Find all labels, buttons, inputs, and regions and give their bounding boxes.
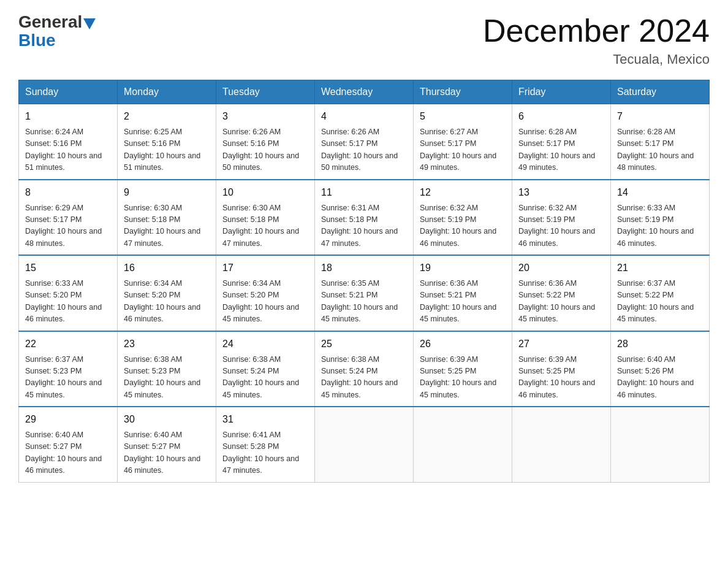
calendar-week-row: 1Sunrise: 6:24 AMSunset: 5:16 PMDaylight… bbox=[19, 104, 710, 180]
calendar-header-thursday: Thursday bbox=[414, 80, 512, 104]
day-number: 4 bbox=[321, 109, 407, 124]
day-number: 27 bbox=[518, 337, 604, 351]
day-number: 20 bbox=[518, 261, 604, 275]
day-info: Sunrise: 6:30 AMSunset: 5:18 PMDaylight:… bbox=[222, 202, 308, 250]
day-number: 12 bbox=[420, 185, 506, 200]
day-info: Sunrise: 6:38 AMSunset: 5:24 PMDaylight:… bbox=[321, 354, 407, 402]
calendar-day-cell: 17Sunrise: 6:34 AMSunset: 5:20 PMDayligh… bbox=[216, 255, 315, 331]
logo-blue-text: Blue bbox=[18, 31, 56, 50]
calendar-header-saturday: Saturday bbox=[611, 80, 710, 104]
day-number: 9 bbox=[124, 185, 210, 200]
day-number: 17 bbox=[222, 261, 308, 275]
calendar-day-cell: 8Sunrise: 6:29 AMSunset: 5:17 PMDaylight… bbox=[19, 180, 118, 256]
location: Tecuala, Mexico bbox=[483, 52, 710, 67]
day-number: 23 bbox=[124, 337, 210, 351]
day-info: Sunrise: 6:40 AMSunset: 5:26 PMDaylight:… bbox=[617, 354, 703, 402]
day-number: 1 bbox=[25, 109, 111, 124]
day-number: 13 bbox=[518, 185, 604, 200]
day-info: Sunrise: 6:28 AMSunset: 5:17 PMDaylight:… bbox=[617, 126, 703, 174]
day-number: 19 bbox=[420, 261, 506, 275]
calendar-day-cell bbox=[315, 407, 414, 482]
page-header: General Blue December 2024 Tecuala, Mexi… bbox=[18, 12, 710, 67]
calendar-day-cell: 19Sunrise: 6:36 AMSunset: 5:21 PMDayligh… bbox=[414, 255, 512, 331]
day-info: Sunrise: 6:38 AMSunset: 5:23 PMDaylight:… bbox=[124, 354, 210, 402]
calendar-header-row: SundayMondayTuesdayWednesdayThursdayFrid… bbox=[19, 80, 710, 104]
day-info: Sunrise: 6:37 AMSunset: 5:23 PMDaylight:… bbox=[25, 354, 111, 402]
calendar-day-cell: 22Sunrise: 6:37 AMSunset: 5:23 PMDayligh… bbox=[19, 331, 118, 407]
calendar-header-friday: Friday bbox=[512, 80, 611, 104]
calendar-week-row: 22Sunrise: 6:37 AMSunset: 5:23 PMDayligh… bbox=[19, 331, 710, 407]
day-number: 24 bbox=[222, 337, 308, 351]
day-number: 22 bbox=[25, 337, 111, 351]
calendar-day-cell: 31Sunrise: 6:41 AMSunset: 5:28 PMDayligh… bbox=[216, 407, 315, 482]
calendar-day-cell: 21Sunrise: 6:37 AMSunset: 5:22 PMDayligh… bbox=[611, 255, 710, 331]
calendar-header-sunday: Sunday bbox=[19, 80, 118, 104]
calendar-day-cell bbox=[611, 407, 710, 482]
calendar-day-cell: 11Sunrise: 6:31 AMSunset: 5:18 PMDayligh… bbox=[315, 180, 414, 256]
calendar-day-cell: 14Sunrise: 6:33 AMSunset: 5:19 PMDayligh… bbox=[611, 180, 710, 256]
logo-general-text: General bbox=[18, 12, 82, 32]
calendar-day-cell: 13Sunrise: 6:32 AMSunset: 5:19 PMDayligh… bbox=[512, 180, 611, 256]
day-number: 10 bbox=[222, 185, 308, 200]
day-number: 3 bbox=[222, 109, 308, 124]
day-number: 15 bbox=[25, 261, 111, 275]
day-info: Sunrise: 6:31 AMSunset: 5:18 PMDaylight:… bbox=[321, 202, 407, 250]
day-info: Sunrise: 6:24 AMSunset: 5:16 PMDaylight:… bbox=[25, 126, 111, 174]
day-info: Sunrise: 6:32 AMSunset: 5:19 PMDaylight:… bbox=[420, 202, 506, 250]
calendar-day-cell bbox=[414, 407, 512, 482]
day-number: 11 bbox=[321, 185, 407, 200]
day-info: Sunrise: 6:38 AMSunset: 5:24 PMDaylight:… bbox=[222, 354, 308, 402]
calendar-day-cell: 20Sunrise: 6:36 AMSunset: 5:22 PMDayligh… bbox=[512, 255, 611, 331]
calendar-day-cell: 28Sunrise: 6:40 AMSunset: 5:26 PMDayligh… bbox=[611, 331, 710, 407]
day-number: 26 bbox=[420, 337, 506, 351]
day-number: 14 bbox=[617, 185, 703, 200]
calendar-day-cell bbox=[512, 407, 611, 482]
day-number: 6 bbox=[518, 109, 604, 124]
calendar-week-row: 8Sunrise: 6:29 AMSunset: 5:17 PMDaylight… bbox=[19, 180, 710, 256]
logo: General Blue bbox=[18, 12, 96, 50]
calendar-day-cell: 12Sunrise: 6:32 AMSunset: 5:19 PMDayligh… bbox=[414, 180, 512, 256]
day-info: Sunrise: 6:35 AMSunset: 5:21 PMDaylight:… bbox=[321, 278, 407, 326]
day-info: Sunrise: 6:33 AMSunset: 5:19 PMDaylight:… bbox=[617, 202, 703, 250]
day-info: Sunrise: 6:26 AMSunset: 5:17 PMDaylight:… bbox=[321, 126, 407, 174]
calendar-day-cell: 6Sunrise: 6:28 AMSunset: 5:17 PMDaylight… bbox=[512, 104, 611, 180]
calendar-day-cell: 3Sunrise: 6:26 AMSunset: 5:16 PMDaylight… bbox=[216, 104, 315, 180]
day-info: Sunrise: 6:33 AMSunset: 5:20 PMDaylight:… bbox=[25, 278, 111, 326]
calendar-header-tuesday: Tuesday bbox=[216, 80, 315, 104]
day-info: Sunrise: 6:29 AMSunset: 5:17 PMDaylight:… bbox=[25, 202, 111, 250]
calendar-table: SundayMondayTuesdayWednesdayThursdayFrid… bbox=[18, 80, 710, 483]
calendar-day-cell: 25Sunrise: 6:38 AMSunset: 5:24 PMDayligh… bbox=[315, 331, 414, 407]
calendar-day-cell: 15Sunrise: 6:33 AMSunset: 5:20 PMDayligh… bbox=[19, 255, 118, 331]
day-info: Sunrise: 6:41 AMSunset: 5:28 PMDaylight:… bbox=[222, 429, 308, 477]
day-number: 25 bbox=[321, 337, 407, 351]
day-info: Sunrise: 6:26 AMSunset: 5:16 PMDaylight:… bbox=[222, 126, 308, 174]
day-number: 30 bbox=[124, 412, 210, 427]
day-info: Sunrise: 6:25 AMSunset: 5:16 PMDaylight:… bbox=[124, 126, 210, 174]
day-info: Sunrise: 6:40 AMSunset: 5:27 PMDaylight:… bbox=[25, 429, 111, 477]
calendar-header-wednesday: Wednesday bbox=[315, 80, 414, 104]
calendar-week-row: 29Sunrise: 6:40 AMSunset: 5:27 PMDayligh… bbox=[19, 407, 710, 482]
day-info: Sunrise: 6:34 AMSunset: 5:20 PMDaylight:… bbox=[124, 278, 210, 326]
calendar-day-cell: 29Sunrise: 6:40 AMSunset: 5:27 PMDayligh… bbox=[19, 407, 118, 482]
day-number: 5 bbox=[420, 109, 506, 124]
calendar-day-cell: 30Sunrise: 6:40 AMSunset: 5:27 PMDayligh… bbox=[118, 407, 216, 482]
day-number: 28 bbox=[617, 337, 703, 351]
calendar-header-monday: Monday bbox=[118, 80, 216, 104]
day-number: 2 bbox=[124, 109, 210, 124]
day-number: 16 bbox=[124, 261, 210, 275]
calendar-day-cell: 26Sunrise: 6:39 AMSunset: 5:25 PMDayligh… bbox=[414, 331, 512, 407]
calendar-day-cell: 2Sunrise: 6:25 AMSunset: 5:16 PMDaylight… bbox=[118, 104, 216, 180]
calendar-day-cell: 10Sunrise: 6:30 AMSunset: 5:18 PMDayligh… bbox=[216, 180, 315, 256]
calendar-day-cell: 5Sunrise: 6:27 AMSunset: 5:17 PMDaylight… bbox=[414, 104, 512, 180]
day-info: Sunrise: 6:28 AMSunset: 5:17 PMDaylight:… bbox=[518, 126, 604, 174]
calendar-day-cell: 23Sunrise: 6:38 AMSunset: 5:23 PMDayligh… bbox=[118, 331, 216, 407]
calendar-day-cell: 9Sunrise: 6:30 AMSunset: 5:18 PMDaylight… bbox=[118, 180, 216, 256]
day-number: 31 bbox=[222, 412, 308, 427]
logo-triangle-icon bbox=[83, 18, 96, 29]
day-info: Sunrise: 6:34 AMSunset: 5:20 PMDaylight:… bbox=[222, 278, 308, 326]
day-info: Sunrise: 6:36 AMSunset: 5:21 PMDaylight:… bbox=[420, 278, 506, 326]
calendar-week-row: 15Sunrise: 6:33 AMSunset: 5:20 PMDayligh… bbox=[19, 255, 710, 331]
day-info: Sunrise: 6:36 AMSunset: 5:22 PMDaylight:… bbox=[518, 278, 604, 326]
month-title: December 2024 bbox=[483, 12, 710, 49]
day-info: Sunrise: 6:32 AMSunset: 5:19 PMDaylight:… bbox=[518, 202, 604, 250]
